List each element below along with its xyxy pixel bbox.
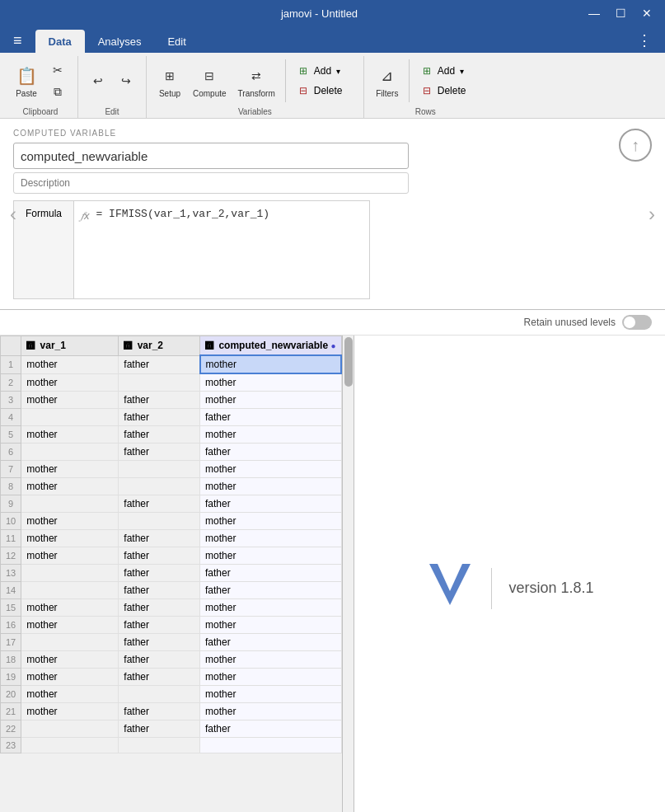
cell-computed[interactable]: mother: [200, 373, 341, 392]
cell-var1[interactable]: mother: [21, 617, 119, 634]
cell-computed[interactable]: father: [200, 409, 341, 426]
cell-computed[interactable]: father: [200, 720, 341, 738]
cell-computed[interactable]: mother: [200, 478, 341, 495]
cell-var1[interactable]: [21, 738, 119, 753]
variables-delete-button[interactable]: ⊟ Delete: [291, 82, 357, 100]
col-header-var2[interactable]: 🅰 var_2: [119, 336, 200, 356]
cell-var1[interactable]: mother: [21, 478, 119, 495]
cell-var2[interactable]: father: [119, 720, 200, 738]
cell-var2[interactable]: father: [119, 669, 200, 686]
cell-var1[interactable]: [21, 495, 119, 513]
cell-computed[interactable]: mother: [200, 686, 341, 703]
paste-button[interactable]: 📋 Paste: [10, 61, 43, 101]
compute-button[interactable]: ⊟ Compute: [188, 61, 232, 101]
cell-computed[interactable]: mother: [200, 703, 341, 720]
cell-computed[interactable]: mother: [200, 426, 341, 444]
computed-name-input[interactable]: [13, 143, 409, 169]
cell-computed[interactable]: father: [200, 582, 341, 599]
cell-var2[interactable]: father: [119, 582, 200, 599]
cell-var2[interactable]: father: [119, 355, 200, 373]
undo-button[interactable]: ↩: [85, 71, 111, 91]
cell-var2[interactable]: father: [119, 617, 200, 634]
cell-var2[interactable]: father: [119, 547, 200, 565]
cell-computed[interactable]: father: [200, 495, 341, 513]
cell-var1[interactable]: [21, 409, 119, 426]
cell-computed[interactable]: mother: [200, 599, 341, 617]
vertical-scrollbar[interactable]: [342, 336, 354, 812]
cell-var1[interactable]: [21, 634, 119, 651]
cell-var2[interactable]: [119, 461, 200, 478]
maximize-button[interactable]: ☐: [609, 3, 632, 23]
cell-var2[interactable]: father: [119, 409, 200, 426]
col-header-var1[interactable]: 🅰 var_1: [21, 336, 119, 356]
cell-var2[interactable]: [119, 738, 200, 753]
cell-computed[interactable]: [200, 738, 341, 753]
computed-description-input[interactable]: [13, 172, 409, 194]
cell-var1[interactable]: mother: [21, 461, 119, 478]
cell-var1[interactable]: mother: [21, 392, 119, 409]
cell-computed[interactable]: mother: [200, 392, 341, 409]
cell-var2[interactable]: father: [119, 599, 200, 617]
cell-var2[interactable]: father: [119, 444, 200, 461]
cell-computed[interactable]: father: [200, 444, 341, 461]
cell-var1[interactable]: mother: [21, 703, 119, 720]
cell-var2[interactable]: father: [119, 392, 200, 409]
cell-computed[interactable]: mother: [200, 530, 341, 547]
cell-var1[interactable]: [21, 565, 119, 582]
cell-var1[interactable]: mother: [21, 373, 119, 392]
cell-var2[interactable]: father: [119, 495, 200, 513]
minimize-button[interactable]: —: [583, 3, 606, 23]
hamburger-menu[interactable]: ≡: [7, 29, 29, 53]
cell-computed[interactable]: mother: [200, 355, 341, 373]
cell-computed[interactable]: mother: [200, 547, 341, 565]
cell-var1[interactable]: [21, 444, 119, 461]
up-button[interactable]: ↑: [619, 129, 652, 162]
tab-analyses[interactable]: Analyses: [85, 30, 155, 53]
data-table-scroll[interactable]: 🅰 var_1 🅰 var_2 🅰 computed_newvariable ●: [0, 336, 342, 812]
cell-computed[interactable]: mother: [200, 461, 341, 478]
cell-var1[interactable]: [21, 582, 119, 599]
nav-right-button[interactable]: ›: [642, 196, 662, 232]
close-button[interactable]: ✕: [635, 3, 658, 23]
tab-data[interactable]: Data: [35, 30, 85, 53]
cut-button[interactable]: ✂: [44, 60, 71, 80]
cell-var2[interactable]: [119, 686, 200, 703]
cell-var2[interactable]: [119, 478, 200, 495]
transform-button[interactable]: ⇄ Transform: [233, 61, 280, 101]
cell-computed[interactable]: mother: [200, 651, 341, 669]
setup-button[interactable]: ⊞ Setup: [153, 61, 186, 101]
cell-var1[interactable]: [21, 720, 119, 738]
variables-add-button[interactable]: ⊞ Add ▾: [291, 62, 357, 80]
cell-var1[interactable]: mother: [21, 426, 119, 444]
cell-var2[interactable]: [119, 373, 200, 392]
cell-var2[interactable]: [119, 513, 200, 530]
cell-var1[interactable]: mother: [21, 686, 119, 703]
filters-button[interactable]: ⊿ Filters: [371, 61, 404, 101]
cell-var1[interactable]: mother: [21, 355, 119, 373]
tab-edit[interactable]: Edit: [154, 30, 199, 53]
redo-button[interactable]: ↪: [113, 71, 139, 91]
cell-var2[interactable]: father: [119, 565, 200, 582]
copy-button[interactable]: ⧉: [44, 82, 71, 101]
cell-var1[interactable]: mother: [21, 513, 119, 530]
cell-var2[interactable]: father: [119, 634, 200, 651]
filters-add-button[interactable]: ⊞ Add ▾: [414, 62, 480, 80]
cell-var2[interactable]: father: [119, 703, 200, 720]
col-header-computed[interactable]: 🅰 computed_newvariable ●: [200, 336, 341, 356]
cell-var2[interactable]: father: [119, 426, 200, 444]
cell-var2[interactable]: father: [119, 530, 200, 547]
cell-var1[interactable]: mother: [21, 530, 119, 547]
cell-var1[interactable]: mother: [21, 651, 119, 669]
cell-computed[interactable]: mother: [200, 513, 341, 530]
cell-var1[interactable]: mother: [21, 599, 119, 617]
cell-var1[interactable]: mother: [21, 547, 119, 565]
cell-computed[interactable]: mother: [200, 669, 341, 686]
ribbon-more-button[interactable]: ⋮: [630, 28, 658, 53]
cell-computed[interactable]: father: [200, 634, 341, 651]
cell-computed[interactable]: father: [200, 565, 341, 582]
cell-var1[interactable]: mother: [21, 669, 119, 686]
cell-computed[interactable]: mother: [200, 617, 341, 634]
nav-left-button[interactable]: ‹: [3, 196, 23, 232]
filters-delete-button[interactable]: ⊟ Delete: [414, 82, 480, 100]
retain-toggle[interactable]: [622, 315, 652, 330]
